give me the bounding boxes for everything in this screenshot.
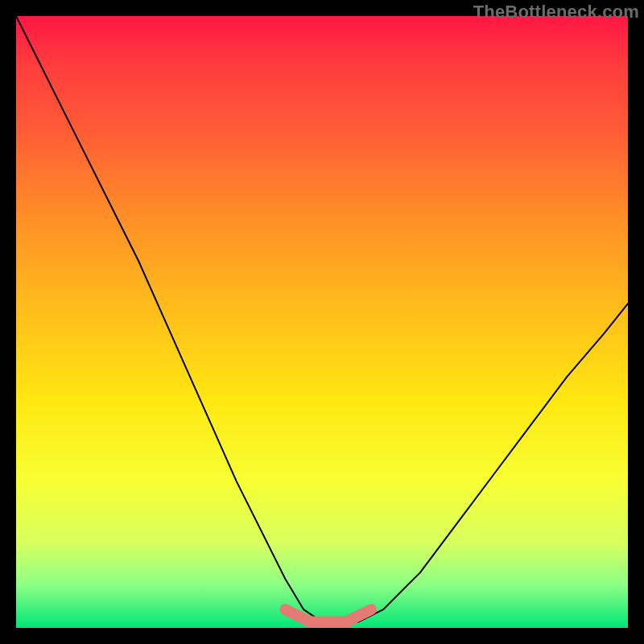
chart-svg — [16, 16, 628, 628]
chart-frame: TheBottleneck.com — [0, 0, 644, 644]
watermark-text: TheBottleneck.com — [473, 2, 639, 23]
bottleneck-curve — [16, 16, 628, 621]
sweet-spot-band — [285, 609, 370, 621]
